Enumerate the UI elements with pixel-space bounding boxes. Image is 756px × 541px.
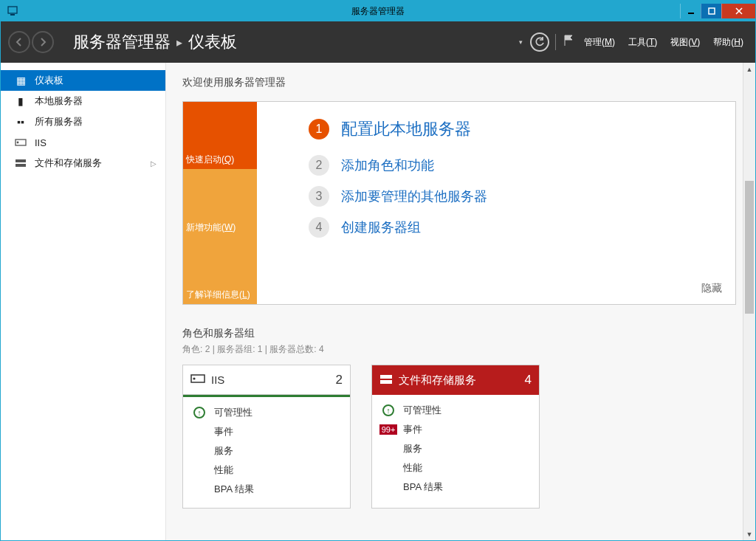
role-card-body: ↑ 可管理性 99+ 事件 服务 性能 BPA 结果: [372, 395, 539, 506]
titlebar[interactable]: 服务器管理器: [1, 1, 755, 21]
step-text: 创建服务器组: [341, 218, 421, 236]
step-text: 添加角色和功能: [341, 156, 434, 174]
sidebar-item-local-server[interactable]: ▮ 本地服务器: [1, 91, 165, 111]
role-row-text: 事件: [403, 423, 422, 436]
step-number: 4: [309, 217, 329, 238]
role-row-services[interactable]: 服务: [190, 441, 343, 461]
sidebar-item-dashboard[interactable]: ▦ 仪表板: [1, 70, 165, 91]
role-row-text: 性能: [214, 464, 233, 477]
welcome-heading: 欢迎使用服务器管理器: [182, 76, 736, 89]
scroll-down-button[interactable]: ▼: [743, 528, 755, 540]
refresh-button[interactable]: [530, 32, 549, 52]
menu-help[interactable]: 帮助(H): [709, 35, 748, 50]
scroll-up-button[interactable]: ▲: [743, 63, 755, 75]
tile-label: 快速启动(Q): [186, 154, 234, 166]
role-row-performance[interactable]: 性能: [379, 458, 532, 478]
breadcrumb: 服务器管理器 ▸ 仪表板: [73, 31, 237, 53]
sidebar-item-label: 本地服务器: [35, 94, 83, 108]
role-card-iis[interactable]: IIS 2 ↑ 可管理性 事件 服务 性能 BPA 结果: [182, 365, 351, 509]
role-row-services[interactable]: 服务: [379, 439, 532, 458]
step-add-roles[interactable]: 2 添加角色和功能: [309, 155, 728, 176]
svg-rect-9: [16, 164, 26, 167]
svg-point-7: [17, 142, 19, 144]
step-number: 2: [309, 155, 329, 176]
sidebar: ▦ 仪表板 ▮ 本地服务器 ▪▪ 所有服务器 IIS 文件和: [1, 63, 166, 540]
role-row-text: 可管理性: [403, 404, 441, 417]
close-button[interactable]: [721, 4, 755, 18]
role-row-events[interactable]: 事件: [190, 422, 343, 441]
storage-icon: [14, 159, 27, 168]
sidebar-item-label: 文件和存储服务: [35, 156, 102, 170]
breadcrumb-dropdown-icon[interactable]: ▾: [519, 38, 523, 46]
minimize-button[interactable]: [680, 4, 701, 18]
menu-tools[interactable]: 工具(T): [624, 35, 662, 50]
svg-rect-3: [709, 8, 715, 14]
role-row-bpa[interactable]: BPA 结果: [379, 478, 532, 497]
quickstart-tiles: 快速启动(Q) 新增功能(W) 了解详细信息(L): [183, 102, 257, 304]
iis-icon: [14, 138, 27, 147]
step-configure-local[interactable]: 1 配置此本地服务器: [309, 118, 728, 140]
welcome-card: 快速启动(Q) 新增功能(W) 了解详细信息(L) 1 配置此本地服务器 2 添…: [182, 101, 736, 305]
tile-quick-start[interactable]: 快速启动(Q): [183, 102, 257, 169]
role-row-text: BPA 结果: [214, 483, 254, 496]
role-card-count: 4: [525, 373, 532, 387]
menu-view[interactable]: 视图(V): [666, 35, 704, 50]
chevron-right-icon: ▷: [151, 159, 157, 168]
nav-forward-button[interactable]: [32, 31, 54, 53]
breadcrumb-page: 仪表板: [188, 31, 237, 53]
sidebar-item-storage[interactable]: 文件和存储服务 ▷: [1, 153, 165, 173]
role-card-body: ↑ 可管理性 事件 服务 性能 BPA 结果: [183, 397, 350, 508]
step-number: 1: [309, 119, 329, 139]
role-row-manageability[interactable]: ↑ 可管理性: [190, 403, 343, 422]
role-row-text: 服务: [403, 442, 422, 455]
main-inner: 欢迎使用服务器管理器 快速启动(Q) 新增功能(W) 了解详细信息(L) 1 配…: [166, 63, 755, 540]
separator: [555, 34, 556, 50]
step-create-group[interactable]: 4 创建服务器组: [309, 217, 728, 238]
servers-icon: ▪▪: [14, 116, 27, 128]
dashboard-icon: ▦: [14, 75, 27, 86]
role-row-text: 事件: [214, 425, 233, 438]
breadcrumb-app: 服务器管理器: [73, 31, 171, 53]
nav-back-button[interactable]: [8, 31, 30, 53]
notifications-flag-icon[interactable]: [562, 34, 575, 51]
scroll-thumb[interactable]: [745, 181, 754, 314]
header-right: ▾ 管理(M) 工具(T) 视图(V) 帮助(H): [519, 32, 748, 52]
window-controls: [680, 4, 755, 18]
svg-rect-8: [16, 159, 26, 162]
tile-whats-new[interactable]: 新增功能(W): [183, 169, 257, 236]
role-row-bpa[interactable]: BPA 结果: [190, 480, 343, 499]
events-badge: 99+: [379, 424, 397, 435]
setup-steps: 1 配置此本地服务器 2 添加角色和功能 3 添加要管理的其他服务器 4: [257, 102, 735, 304]
menu-manage[interactable]: 管理(M): [580, 35, 619, 50]
role-row-performance[interactable]: 性能: [190, 461, 343, 480]
tile-label: 新增功能(W): [186, 221, 236, 234]
role-row-manageability[interactable]: ↑ 可管理性: [379, 401, 532, 420]
window-title: 服务器管理器: [1, 5, 755, 18]
server-icon: ▮: [14, 95, 27, 107]
role-row-text: BPA 结果: [403, 480, 443, 494]
step-text: 配置此本地服务器: [341, 118, 471, 140]
main-content: 欢迎使用服务器管理器 快速启动(Q) 新增功能(W) 了解详细信息(L) 1 配…: [166, 63, 755, 540]
step-number: 3: [309, 186, 329, 207]
role-card-count: 2: [336, 373, 343, 387]
storage-icon: [379, 374, 393, 387]
role-card-storage[interactable]: 文件和存储服务 4 ↑ 可管理性 99+ 事件: [371, 365, 540, 509]
role-card-header: IIS 2: [183, 365, 350, 395]
sidebar-item-label: 所有服务器: [35, 115, 83, 128]
vertical-scrollbar[interactable]: ▲ ▼: [743, 63, 755, 540]
hide-link[interactable]: 隐藏: [701, 282, 722, 295]
status-up-icon: ↑: [379, 404, 397, 416]
tile-label: 了解详细信息(L): [186, 289, 250, 301]
step-text: 添加要管理的其他服务器: [341, 187, 487, 205]
sidebar-item-iis[interactable]: IIS: [1, 132, 165, 153]
role-row-events[interactable]: 99+ 事件: [379, 420, 532, 439]
sidebar-item-label: IIS: [35, 137, 47, 148]
sidebar-item-all-servers[interactable]: ▪▪ 所有服务器: [1, 111, 165, 132]
maximize-button[interactable]: [701, 4, 721, 18]
tile-learn-more[interactable]: 了解详细信息(L): [183, 237, 257, 304]
step-add-servers[interactable]: 3 添加要管理的其他服务器: [309, 186, 728, 207]
body: ▦ 仪表板 ▮ 本地服务器 ▪▪ 所有服务器 IIS 文件和: [1, 63, 755, 540]
breadcrumb-separator-icon: ▸: [176, 35, 182, 49]
nav-arrows: [8, 31, 54, 53]
svg-rect-12: [380, 375, 392, 379]
